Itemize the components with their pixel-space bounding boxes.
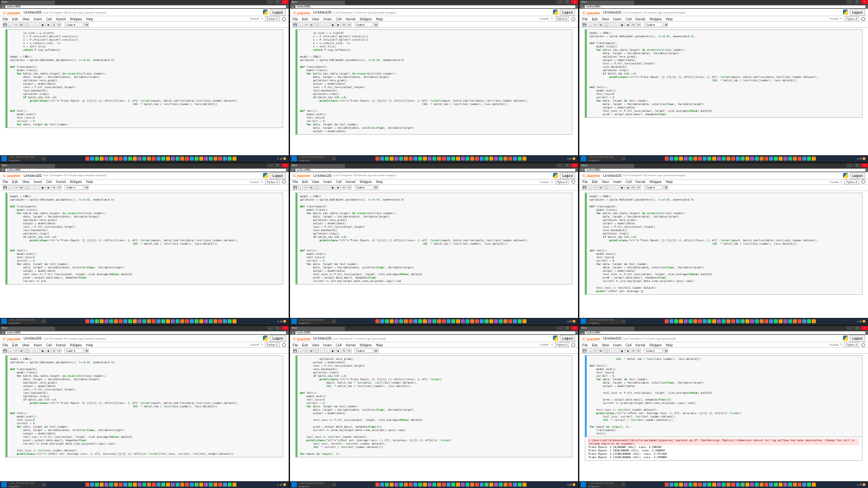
taskbar-app-icon[interactable] bbox=[157, 483, 161, 487]
window-close-icon[interactable]: × bbox=[282, 326, 289, 330]
menu-file[interactable]: File bbox=[3, 180, 8, 184]
window-max-icon[interactable]: □ bbox=[854, 326, 861, 330]
taskbar-app-icon[interactable] bbox=[688, 483, 693, 487]
command-palette-icon[interactable]: ⌘ bbox=[374, 22, 379, 27]
menu-help[interactable]: Help bbox=[86, 17, 93, 21]
taskbar-app-icon[interactable] bbox=[788, 319, 792, 323]
paste-icon[interactable]: 📋 bbox=[24, 185, 29, 190]
taskbar-app-icon[interactable] bbox=[171, 483, 175, 487]
window-min-icon[interactable]: – bbox=[267, 0, 274, 4]
move-down-icon[interactable]: ↓ bbox=[615, 22, 619, 27]
taskbar-app-icon[interactable] bbox=[185, 319, 189, 323]
menu-view[interactable]: View bbox=[602, 17, 609, 21]
cut-icon[interactable]: ✂ bbox=[14, 22, 18, 27]
menu-cell[interactable]: Cell bbox=[46, 17, 52, 21]
taskbar-app-icon[interactable] bbox=[218, 319, 222, 323]
taskbar-app-icon[interactable] bbox=[104, 319, 108, 323]
window-max-icon[interactable]: □ bbox=[564, 0, 571, 4]
taskbar-app-icon[interactable] bbox=[218, 157, 222, 161]
menu-cell[interactable]: Cell bbox=[46, 343, 52, 347]
window-close-icon[interactable]: × bbox=[282, 0, 289, 4]
cut-icon[interactable]: ✂ bbox=[593, 22, 598, 27]
taskbar-app-icon[interactable] bbox=[503, 483, 508, 487]
taskbar-app-icon[interactable] bbox=[437, 319, 441, 323]
taskbar-app-icon[interactable] bbox=[142, 483, 146, 487]
notebook-title[interactable]: Untitled26 bbox=[24, 10, 42, 14]
edit-icon[interactable]: ✎ bbox=[261, 343, 263, 346]
command-palette-icon[interactable]: ⌘ bbox=[374, 348, 379, 353]
taskbar-app-icon[interactable] bbox=[404, 157, 408, 161]
task-view-icon[interactable] bbox=[332, 157, 336, 161]
menu-help[interactable]: Help bbox=[376, 180, 383, 184]
taskbar-app-icon[interactable] bbox=[119, 157, 123, 161]
taskbar-app-icon[interactable] bbox=[147, 157, 151, 161]
menu-insert[interactable]: Insert bbox=[323, 343, 332, 347]
menu-kernel[interactable]: Kernel bbox=[56, 17, 66, 21]
taskbar-app-icon[interactable] bbox=[432, 483, 436, 487]
logout-button[interactable]: Logout bbox=[850, 335, 865, 342]
cell-type-select[interactable]: Code ▾ bbox=[354, 348, 373, 353]
paste-icon[interactable]: 📋 bbox=[314, 348, 319, 353]
menu-kernel[interactable]: Kernel bbox=[636, 17, 645, 21]
command-palette-icon[interactable]: ⌘ bbox=[84, 22, 89, 27]
url-input[interactable]: localhost:8888/... bbox=[585, 5, 865, 8]
taskbar-app-icon[interactable] bbox=[760, 157, 764, 161]
move-down-icon[interactable]: ↓ bbox=[615, 348, 619, 353]
edit-icon[interactable]: ✎ bbox=[840, 343, 842, 346]
taskbar-app-icon[interactable] bbox=[166, 319, 170, 323]
taskbar-app-icon[interactable] bbox=[484, 483, 489, 487]
notebook-title[interactable]: Untitled26 bbox=[313, 10, 331, 14]
taskbar-app-icon[interactable] bbox=[213, 319, 218, 323]
window-min-icon[interactable]: – bbox=[846, 326, 853, 330]
taskbar-app-icon[interactable] bbox=[518, 157, 522, 161]
menu-widgets[interactable]: Widgets bbox=[649, 17, 661, 21]
taskbar-app-icon[interactable] bbox=[409, 157, 413, 161]
taskbar-app-icon[interactable] bbox=[674, 157, 678, 161]
taskbar-app-icon[interactable] bbox=[741, 319, 745, 323]
menu-insert[interactable]: Insert bbox=[323, 17, 332, 21]
taskbar-app-icon[interactable] bbox=[722, 319, 726, 323]
taskbar-app-icon[interactable] bbox=[499, 319, 503, 323]
taskbar-search[interactable]: ○ Zur Suche Text hier eingeben bbox=[587, 156, 621, 161]
menu-file[interactable]: File bbox=[293, 180, 298, 184]
cell-type-select[interactable]: Code ▾ bbox=[64, 185, 83, 190]
system-tray[interactable]: ▲ 🔊 📶 bbox=[855, 483, 867, 486]
taskbar-app-icon[interactable] bbox=[199, 157, 203, 161]
paste-icon[interactable]: 📋 bbox=[24, 22, 29, 27]
taskbar-app-icon[interactable] bbox=[394, 483, 398, 487]
back-icon[interactable]: ◄ bbox=[1, 331, 4, 335]
taskbar-app-icon[interactable] bbox=[437, 483, 441, 487]
notebook-area[interactable]: 100. * batch_idx / len(train_loader), lo… bbox=[579, 354, 868, 481]
logout-button[interactable]: Logout bbox=[850, 172, 865, 179]
taskbar-app-icon[interactable] bbox=[522, 157, 526, 161]
code-cell[interactable]: in_size = x.size(0) x = F.relu(self.mp(s… bbox=[5, 29, 283, 128]
taskbar-app-icon[interactable] bbox=[693, 483, 697, 487]
restart-run-icon[interactable]: ⟳ bbox=[636, 22, 641, 27]
task-view-icon[interactable] bbox=[332, 483, 336, 487]
taskbar-app-icon[interactable] bbox=[679, 483, 683, 487]
taskbar-app-icon[interactable] bbox=[722, 483, 726, 487]
taskbar-app-icon[interactable] bbox=[726, 319, 730, 323]
menu-insert[interactable]: Insert bbox=[613, 17, 622, 21]
window-close-icon[interactable]: × bbox=[571, 326, 578, 330]
copy-icon[interactable]: ⧉ bbox=[19, 185, 24, 190]
taskbar-app-icon[interactable] bbox=[190, 157, 194, 161]
taskbar-app-icon[interactable] bbox=[499, 157, 503, 161]
cell-type-select[interactable]: Code ▾ bbox=[64, 348, 83, 353]
taskbar-app-icon[interactable] bbox=[90, 319, 94, 323]
taskbar-app-icon[interactable] bbox=[807, 319, 811, 323]
taskbar-app-icon[interactable] bbox=[769, 483, 773, 487]
taskbar-app-icon[interactable] bbox=[503, 319, 508, 323]
taskbar-app-icon[interactable] bbox=[783, 483, 787, 487]
taskbar-app-icon[interactable] bbox=[812, 157, 816, 161]
cut-icon[interactable]: ✂ bbox=[14, 185, 18, 190]
taskbar-app-icon[interactable] bbox=[428, 483, 432, 487]
system-tray[interactable]: ▲ 🔊 📶 bbox=[276, 320, 287, 323]
add-cell-icon[interactable]: + bbox=[587, 348, 592, 353]
taskbar-app-icon[interactable] bbox=[166, 157, 170, 161]
menu-help[interactable]: Help bbox=[376, 17, 383, 21]
window-close-icon[interactable]: × bbox=[861, 163, 868, 167]
taskbar-app-icon[interactable] bbox=[513, 157, 517, 161]
taskbar-app-icon[interactable] bbox=[802, 157, 806, 161]
taskbar-app-icon[interactable] bbox=[484, 319, 489, 323]
